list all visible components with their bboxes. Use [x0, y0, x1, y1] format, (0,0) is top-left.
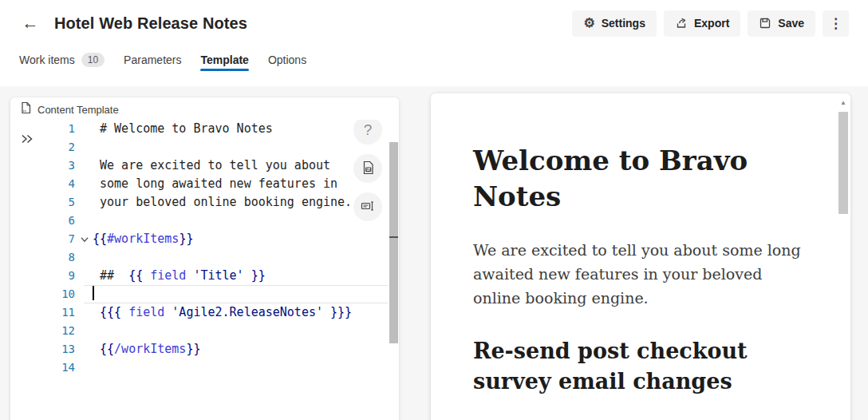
line-number: 4: [44, 175, 80, 193]
code-line[interactable]: 13 {{/workItems}}: [44, 340, 399, 359]
preview-heading-1: Welcome to Bravo Notes: [473, 143, 768, 215]
template-file-icon: [20, 101, 32, 117]
export-button[interactable]: Export: [664, 10, 740, 37]
code-text: ## {{ field 'Title' }}: [93, 267, 399, 285]
fold-gutter: [80, 120, 93, 138]
share-export-icon: [675, 17, 688, 30]
code-text: {{/workItems}}: [93, 340, 399, 359]
insert-field-icon: [361, 200, 375, 215]
code-lines: 1 # Welcome to Bravo Notes23 We are exci…: [44, 120, 399, 377]
header-actions: ⚙ Settings Export: [572, 10, 849, 37]
code-text: {{#workItems}}: [93, 230, 399, 248]
code-text: [93, 212, 399, 230]
help-icon: ?: [364, 121, 373, 139]
tab-template[interactable]: Template: [200, 46, 248, 73]
line-number: 3: [44, 157, 80, 175]
code-line[interactable]: 10: [44, 285, 399, 303]
insert-image-button[interactable]: [353, 154, 382, 183]
code-line[interactable]: 2: [44, 138, 399, 157]
page-title: Hotel Web Release Notes: [54, 14, 247, 33]
code-text: {{{ field 'Agile2.ReleaseNotes' }}}: [93, 303, 399, 322]
line-number: 1: [44, 120, 80, 138]
tab-options[interactable]: Options: [268, 46, 306, 73]
work-items-count-badge: 10: [81, 53, 105, 67]
line-number: 6: [44, 212, 80, 230]
preview-scrollbar[interactable]: ▲: [838, 97, 848, 337]
editor-body: 1 # Welcome to Bravo Notes23 We are exci…: [10, 120, 399, 420]
template-editor-panel: Content Template 1 # Welcome to Bravo No…: [10, 97, 399, 420]
line-number: 13: [44, 340, 80, 359]
fold-gutter: [80, 175, 93, 193]
code-line[interactable]: 9 ## {{ field 'Title' }}: [44, 267, 399, 285]
editor-scrollbar-thumb[interactable]: [389, 142, 398, 343]
code-line[interactable]: 4 some long awaited new features in: [44, 175, 399, 193]
code-editor[interactable]: 1 # Welcome to Bravo Notes23 We are exci…: [44, 120, 399, 420]
expand-panel-button[interactable]: [18, 131, 36, 149]
editor-cursor-position-marker: [389, 236, 398, 238]
line-number: 7: [44, 230, 80, 248]
editor-panel-title: Content Template: [37, 104, 119, 116]
editor-scrollbar[interactable]: [389, 120, 399, 420]
editor-side-gutter: [10, 120, 44, 420]
title-row: ← Hotel Web Release Notes ⚙ Settings Exp…: [0, 0, 868, 46]
code-line[interactable]: 11 {{{ field 'Agile2.ReleaseNotes' }}}: [44, 303, 399, 322]
code-line[interactable]: 7{{#workItems}}: [44, 230, 399, 248]
preview-paragraph-1: We are excited to tell you about some lo…: [473, 238, 804, 310]
line-number: 14: [44, 359, 80, 377]
line-number: 2: [44, 138, 80, 157]
line-number: 10: [44, 285, 80, 303]
settings-button[interactable]: ⚙ Settings: [572, 10, 657, 37]
editor-panel-header: Content Template: [10, 97, 399, 120]
back-button[interactable]: ←: [19, 12, 41, 34]
code-line[interactable]: 14: [44, 359, 399, 377]
preview-document: Welcome to Bravo Notes We are excited to…: [431, 93, 850, 420]
line-number: 12: [44, 322, 80, 340]
text-cursor: [93, 286, 94, 300]
fold-gutter: [80, 340, 93, 359]
code-line[interactable]: 5 your beloved online booking engine.: [44, 193, 399, 212]
fold-gutter: [80, 248, 93, 267]
line-number: 9: [44, 267, 80, 285]
fold-gutter: [80, 157, 93, 175]
code-line[interactable]: 3 We are excited to tell you about: [44, 157, 399, 175]
code-text: some long awaited new features in: [93, 175, 399, 193]
fold-gutter: [80, 267, 93, 285]
preview-scrollbar-thumb[interactable]: [838, 112, 848, 214]
line-number: 8: [44, 248, 80, 267]
code-line[interactable]: 1 # Welcome to Bravo Notes: [44, 120, 399, 138]
line-number: 5: [44, 193, 80, 212]
more-options-button[interactable]: ⋮: [823, 10, 849, 37]
code-text: [93, 285, 399, 303]
app-header: ← Hotel Web Release Notes ⚙ Settings Exp…: [0, 0, 868, 86]
preview-heading-2: Re-send post checkout survey email chang…: [473, 336, 804, 396]
code-text: [93, 248, 399, 267]
code-text: [93, 322, 399, 340]
fold-gutter: [80, 212, 93, 230]
save-floppy-icon: [759, 17, 771, 30]
content-region: Content Template 1 # Welcome to Bravo No…: [0, 86, 868, 420]
tab-parameters[interactable]: Parameters: [124, 46, 181, 73]
fold-gutter: [80, 322, 93, 340]
insert-field-button[interactable]: [353, 192, 382, 221]
tab-bar: Work items 10 Parameters Template Option…: [0, 46, 868, 73]
code-line[interactable]: 8: [44, 248, 399, 267]
fold-gutter: [80, 193, 93, 212]
scroll-up-arrow-icon[interactable]: ▲: [838, 97, 848, 109]
code-line[interactable]: 12: [44, 322, 399, 340]
code-text: [93, 359, 399, 377]
fold-gutter: [80, 303, 93, 322]
gear-icon: ⚙: [583, 17, 594, 30]
code-line[interactable]: 6: [44, 212, 399, 230]
fold-gutter: [80, 285, 93, 303]
double-chevron-right-icon: [20, 136, 34, 148]
fold-toggle-chevron-icon[interactable]: [80, 230, 93, 248]
insert-image-icon: [361, 160, 375, 177]
rendered-preview-panel: Welcome to Bravo Notes We are excited to…: [431, 93, 850, 420]
code-text: [93, 138, 399, 157]
more-vertical-icon: ⋮: [829, 15, 842, 32]
line-number: 11: [44, 303, 80, 322]
fold-gutter: [80, 138, 93, 157]
save-button[interactable]: Save: [748, 10, 815, 37]
tab-work-items[interactable]: Work items 10: [19, 46, 105, 73]
fold-gutter: [80, 359, 93, 377]
